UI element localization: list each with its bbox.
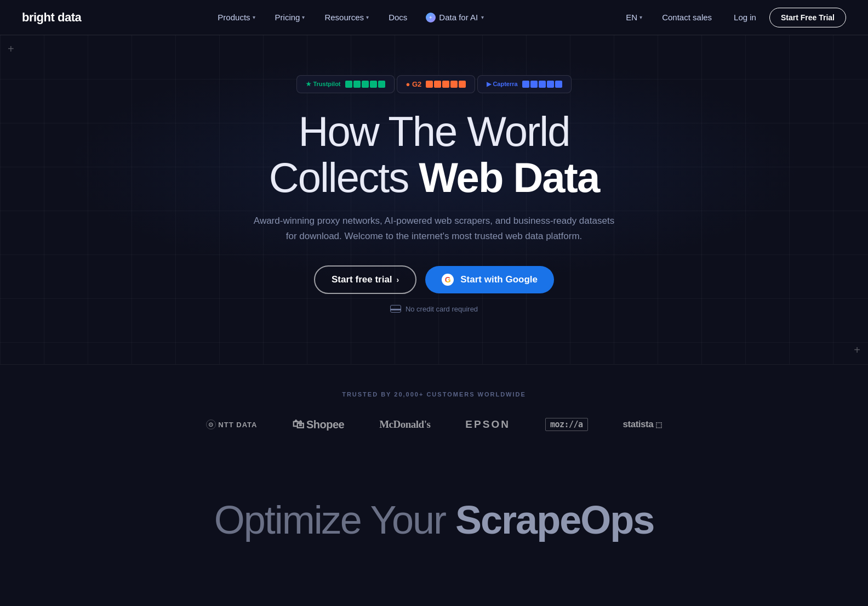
chevron-down-icon: ▾ — [302, 14, 305, 20]
start-with-google-button[interactable]: G Start with Google — [425, 266, 554, 293]
capterra-badge: ▶ Capterra — [477, 75, 571, 93]
nav-links: Products ▾ Pricing ▾ Resources ▾ Docs ✦ … — [209, 8, 492, 27]
login-link[interactable]: Log in — [725, 8, 765, 26]
shopee-logo: 🛍 Shopee — [292, 417, 344, 432]
start-free-trial-button[interactable]: Start Free Trial — [769, 8, 846, 27]
cta-row: Start free trial › G Start with Google — [314, 265, 554, 294]
nav-data-ai[interactable]: ✦ Data for AI ▾ — [418, 8, 492, 27]
contact-sales-link[interactable]: Contact sales — [653, 8, 721, 26]
ntt-data-logo: ⊙ NTT DATA — [206, 420, 257, 429]
nav-resources[interactable]: Resources ▾ — [316, 8, 378, 26]
trustpilot-stars — [345, 81, 385, 88]
epson-logo: EPSON — [465, 418, 510, 431]
logo-text: bright data — [22, 10, 81, 25]
trustpilot-badge: ★ Trustpilot — [296, 75, 394, 93]
hero-content: ★ Trustpilot ● G2 — [187, 75, 681, 313]
navbar: bright data Products ▾ Pricing ▾ Resourc… — [0, 0, 868, 35]
bottom-section: Optimize Your ScrapeOps — [0, 465, 868, 542]
statista-logo: statista ⬚ — [623, 419, 662, 430]
nav-docs[interactable]: Docs — [380, 8, 416, 26]
arrow-icon: › — [397, 275, 399, 284]
rating-badges: ★ Trustpilot ● G2 — [296, 75, 571, 93]
g2-stars — [426, 81, 466, 88]
capterra-stars — [522, 81, 562, 88]
customer-logos-row: ⊙ NTT DATA 🛍 Shopee McDonald's EPSON moz… — [206, 417, 661, 432]
nav-pricing[interactable]: Pricing ▾ — [266, 8, 314, 26]
data-ai-icon: ✦ — [426, 13, 436, 22]
start-free-trial-hero-button[interactable]: Start free trial › — [314, 265, 416, 294]
trusted-label: TRUSTED BY 20,000+ CUSTOMERS WORLDWIDE — [342, 391, 526, 398]
chevron-down-icon: ▾ — [481, 14, 484, 20]
nav-right: EN ▾ Contact sales Log in Start Free Tri… — [619, 8, 846, 27]
google-icon: G — [442, 274, 454, 286]
language-selector[interactable]: EN ▾ — [619, 8, 649, 26]
hero-subtitle: Award-winning proxy networks, AI-powered… — [248, 213, 620, 243]
credit-card-icon — [390, 305, 401, 313]
plus-decoration-bottomright: + — [854, 344, 860, 356]
mcdonalds-logo: McDonald's — [379, 418, 430, 431]
trusted-section: TRUSTED BY 20,000+ CUSTOMERS WORLDWIDE ⊙… — [0, 364, 868, 465]
optimize-title: Optimize Your ScrapeOps — [214, 497, 654, 542]
g2-badge: ● G2 — [397, 75, 476, 93]
mozilla-logo: moz://a — [545, 418, 588, 431]
chevron-down-icon: ▾ — [253, 14, 255, 20]
plus-decoration-topleft: + — [8, 43, 14, 55]
logo[interactable]: bright data — [22, 10, 81, 25]
no-credit-card-notice: No credit card required — [390, 305, 478, 313]
hero-section: + + ★ Trustpilot ● G2 — [0, 35, 868, 364]
hero-title: How The World Collects Web Data — [269, 109, 599, 200]
chevron-down-icon: ▾ — [639, 14, 642, 20]
chevron-down-icon: ▾ — [366, 14, 369, 20]
nav-products[interactable]: Products ▾ — [209, 8, 264, 26]
